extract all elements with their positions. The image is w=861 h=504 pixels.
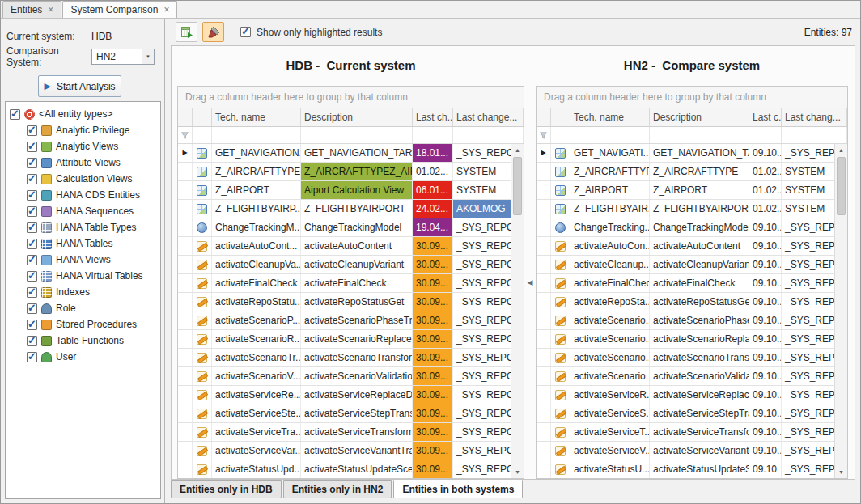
last-change-cell[interactable]: 06.01... bbox=[413, 181, 453, 199]
tech-name-cell[interactable]: activateScenario... bbox=[570, 367, 650, 385]
filter-cell[interactable] bbox=[749, 127, 782, 143]
tech-name-cell[interactable]: activateScenario... bbox=[570, 330, 650, 348]
tech-name-cell[interactable]: Z_AIRCRAFTTYPE bbox=[570, 163, 650, 180]
description-cell[interactable]: activateRepoStatusGet bbox=[301, 293, 413, 311]
last-change-cell[interactable]: 30.09... bbox=[413, 460, 453, 478]
description-cell[interactable]: activateScenarioValidati... bbox=[650, 367, 749, 385]
description-cell[interactable]: GET_NAVIGATION_TA... bbox=[650, 144, 749, 162]
description-cell[interactable]: activateCleanupVariant bbox=[650, 256, 749, 273]
table-row[interactable]: activateFinalCheck activateFinalCheck 09… bbox=[537, 274, 847, 293]
description-cell[interactable]: activateScenarioTransfor... bbox=[301, 349, 413, 366]
tech-name-cell[interactable]: activateFinalCheck bbox=[570, 274, 650, 292]
tech-name-cell[interactable]: activateStatusUpd... bbox=[212, 460, 301, 478]
checkbox[interactable] bbox=[27, 158, 37, 168]
table-row[interactable]: activateServiceSte... activateServiceSte… bbox=[178, 404, 524, 423]
last-change-cell[interactable]: 09.10... bbox=[749, 237, 782, 255]
tech-name-cell[interactable]: activateServiceRe... bbox=[212, 386, 301, 404]
scroll-up-icon[interactable]: ▲ bbox=[835, 144, 847, 156]
tree-item[interactable]: HANA Virtual Tables bbox=[7, 268, 159, 284]
table-row[interactable]: activateAutoCon... activateAutoContent 0… bbox=[537, 237, 847, 256]
grid-splitter[interactable]: ◀ bbox=[524, 86, 536, 479]
table-row[interactable]: activateStatusUpd... activateStatusUpdat… bbox=[178, 460, 524, 479]
table-row[interactable]: activateAutoCont... activateAutoContent … bbox=[178, 237, 524, 256]
description-cell[interactable]: Z_FLIGHTBYAIRPORT bbox=[650, 200, 749, 218]
checkbox[interactable] bbox=[10, 109, 20, 120]
last-change-cell[interactable]: 30.09... bbox=[413, 293, 453, 311]
table-row[interactable]: activateScenarioTr... activateScenarioTr… bbox=[178, 349, 524, 367]
last-change-cell[interactable]: 09.10 bbox=[749, 460, 782, 478]
last-change-cell[interactable]: 30.09... bbox=[413, 404, 453, 422]
description-cell[interactable]: Z_AIRPORT bbox=[650, 181, 749, 199]
tech-name-cell[interactable]: activateServiceVar... bbox=[212, 442, 301, 460]
description-cell[interactable]: activateScenarioReplaceD... bbox=[301, 330, 413, 348]
table-row[interactable]: activateScenarioV... activateScenarioVal… bbox=[178, 367, 524, 386]
description-cell[interactable]: activateStatusUpdateSce... bbox=[301, 460, 413, 478]
checkbox[interactable] bbox=[27, 303, 37, 314]
last-change-cell[interactable]: 01.02... bbox=[749, 163, 782, 180]
last-change-cell[interactable]: 09.10... bbox=[749, 330, 782, 348]
tech-name-cell[interactable]: activateScenarioP... bbox=[212, 311, 301, 329]
close-tab-icon[interactable]: × bbox=[163, 6, 169, 14]
table-row[interactable]: activateScenario... activateScenarioRepl… bbox=[537, 330, 847, 349]
tree-root-item[interactable]: <All entity types> bbox=[7, 106, 159, 122]
column-header-last-change[interactable]: Last ch... bbox=[413, 108, 453, 126]
checkbox[interactable] bbox=[27, 222, 37, 233]
column-header-tech-name[interactable]: Tech. name bbox=[212, 108, 301, 126]
checkbox[interactable] bbox=[27, 255, 37, 265]
description-cell[interactable]: activateServiceReplaceDe... bbox=[301, 386, 413, 404]
table-row[interactable]: activateFinalCheck activateFinalCheck 30… bbox=[178, 274, 524, 293]
last-change-cell[interactable]: 09.10... bbox=[749, 367, 782, 385]
filter-cell[interactable] bbox=[193, 127, 212, 143]
table-row[interactable]: activateRepoStatu... activateRepoStatusG… bbox=[178, 293, 524, 311]
tree-item[interactable]: User bbox=[7, 349, 159, 365]
column-header-last-changed-by[interactable]: Last chang... bbox=[782, 108, 847, 126]
description-cell[interactable]: GET_NAVIGATION_TARG... bbox=[301, 144, 413, 162]
description-cell[interactable]: activateServiceReplace... bbox=[650, 386, 749, 404]
table-row[interactable]: activateScenario... activateScenarioTran… bbox=[537, 349, 847, 367]
last-change-cell[interactable]: 30.09... bbox=[413, 386, 453, 404]
export-results-button[interactable] bbox=[176, 22, 197, 42]
description-cell[interactable]: activateServiceVariantT... bbox=[650, 442, 749, 460]
description-cell[interactable]: Z_AIRCRAFTTYPEZ_AIR... bbox=[301, 163, 413, 180]
tree-item[interactable]: Analytic Privilege bbox=[7, 122, 159, 138]
last-change-cell[interactable]: 30.09... bbox=[413, 367, 453, 385]
last-change-cell[interactable]: 09.10... bbox=[749, 256, 782, 273]
tech-name-cell[interactable]: activateRepoStatu... bbox=[212, 293, 301, 311]
filter-cell[interactable] bbox=[537, 127, 551, 143]
description-cell[interactable]: Aiport Calculation View bbox=[301, 181, 413, 199]
tech-name-cell[interactable]: Z_AIRPORT bbox=[570, 181, 650, 199]
table-row[interactable]: activateStatusU... activateStatusUpdateS… bbox=[537, 460, 847, 479]
filter-cell[interactable] bbox=[301, 127, 413, 143]
last-change-cell[interactable]: 30.09... bbox=[413, 423, 453, 441]
column-header-description[interactable]: Description bbox=[301, 108, 413, 126]
filter-cell[interactable] bbox=[782, 127, 847, 143]
tech-name-cell[interactable]: activateCleanupVa... bbox=[212, 256, 301, 273]
document-tab[interactable]: Entities × bbox=[2, 1, 62, 18]
description-cell[interactable]: activateServiceVariantTra... bbox=[301, 442, 413, 460]
column-header-last-change[interactable]: Last c... bbox=[749, 108, 782, 126]
last-change-cell[interactable]: 18.01... bbox=[413, 144, 453, 162]
checkbox[interactable] bbox=[27, 174, 37, 184]
description-cell[interactable]: activateCleanupVariant bbox=[301, 256, 413, 273]
tree-item[interactable]: Role bbox=[7, 300, 159, 316]
last-change-cell[interactable]: 09.10... bbox=[749, 423, 782, 441]
column-header-tech-name[interactable]: Tech. name bbox=[570, 108, 650, 126]
checkbox[interactable] bbox=[27, 320, 37, 330]
checkbox[interactable] bbox=[27, 125, 37, 136]
scrollbar-track[interactable] bbox=[511, 156, 524, 466]
scrollbar-thumb[interactable] bbox=[513, 157, 522, 215]
tech-name-cell[interactable]: activateAutoCon... bbox=[570, 237, 650, 255]
result-tab[interactable]: Entities in both systems bbox=[393, 480, 523, 498]
tree-item[interactable]: HANA CDS Entities bbox=[7, 187, 159, 203]
tech-name-cell[interactable]: Z_AIRPORT bbox=[212, 181, 301, 199]
filter-cell[interactable] bbox=[413, 127, 453, 143]
tree-item[interactable]: Table Functions bbox=[7, 332, 159, 349]
table-row[interactable]: Z_FLIGHTBYAIR... Z_FLIGHTBYAIRPORT 01.02… bbox=[537, 200, 847, 218]
tech-name-cell[interactable]: activateServiceV... bbox=[570, 442, 650, 460]
tech-name-cell[interactable]: Z_FLIGHTBYAIR... bbox=[570, 200, 650, 218]
description-cell[interactable]: activateScenarioReplac... bbox=[650, 330, 749, 348]
tech-name-cell[interactable]: activateServiceT... bbox=[570, 423, 650, 441]
table-row[interactable]: Z_AIRPORT Z_AIRPORT 01.02... SYSTEM bbox=[537, 181, 847, 200]
description-cell[interactable]: activateAutoContent bbox=[650, 237, 749, 255]
vertical-scrollbar[interactable]: ▲ ▼ bbox=[834, 144, 847, 478]
